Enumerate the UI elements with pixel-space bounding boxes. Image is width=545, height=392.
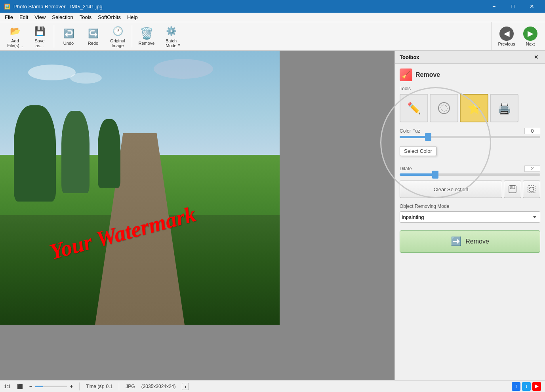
- remove-button[interactable]: 🗑️ Remove: [135, 24, 158, 49]
- save-selection-button[interactable]: [504, 181, 521, 198]
- zoom-minus[interactable]: −: [29, 384, 32, 389]
- menu-selection[interactable]: Selection: [49, 13, 76, 22]
- color-fuz-row: Color Fuz: [400, 128, 540, 138]
- batch-mode-label: Batch Mode: [166, 38, 177, 48]
- magic-select-icon: [437, 101, 451, 115]
- dilate-label: Dilate: [400, 166, 412, 171]
- app-title: Photo Stamp Remover - IMG_2141.jpg: [13, 4, 103, 10]
- menu-help[interactable]: Help: [124, 13, 141, 22]
- status-sep-1: [79, 382, 80, 390]
- pencil-tool-button[interactable]: ✏️: [400, 94, 428, 122]
- svg-point-1: [441, 105, 447, 111]
- canvas-area[interactable]: Your Watermark: [0, 51, 394, 380]
- statusbar: 1:1 ⬛ − + Time (s): 0.1 JPG (3035x3024x2…: [0, 380, 545, 392]
- remove-action-button[interactable]: ➡️ Remove: [400, 230, 540, 253]
- batch-dropdown-arrow: ▼: [177, 43, 181, 47]
- remove-section-header: 🧹 Remove: [400, 69, 540, 81]
- save-selection-icon: [508, 185, 517, 194]
- facebook-icon[interactable]: f: [512, 382, 520, 391]
- tree-right: [61, 111, 90, 193]
- youtube-icon[interactable]: ▶: [532, 382, 541, 391]
- cloud-3: [154, 59, 213, 79]
- menu-tools[interactable]: Tools: [76, 13, 95, 22]
- zoom-plus[interactable]: +: [70, 384, 73, 389]
- dilate-value[interactable]: [524, 166, 540, 172]
- previous-label: Previous: [498, 42, 515, 46]
- format-value: JPG: [126, 384, 135, 389]
- select-color-row: Select Color: [400, 143, 540, 162]
- redo-label: Redo: [88, 41, 98, 46]
- maximize-button[interactable]: □: [504, 0, 522, 13]
- load-selection-button[interactable]: [523, 181, 540, 198]
- time-section: Time (s): 0.1: [86, 384, 113, 389]
- magic-select-tool-button[interactable]: [430, 94, 458, 122]
- toolbox-title: Toolbox: [400, 54, 419, 60]
- toolbar-sep-2: [132, 25, 132, 48]
- add-files-icon: 📂: [9, 25, 21, 38]
- remove-icon: 🗑️: [140, 27, 153, 40]
- menubar: File Edit View Selection Tools SoftOrbit…: [0, 13, 545, 22]
- color-fuz-value[interactable]: [524, 128, 540, 134]
- time-label: Time (s):: [86, 384, 105, 389]
- zoom-fit-icon: ⬛: [17, 384, 23, 389]
- remove-section-icon: 🧹: [400, 69, 412, 81]
- remove-section-title: Remove: [415, 71, 440, 78]
- app-icon: 🖼️: [4, 4, 10, 10]
- next-button[interactable]: ▶ Next: [519, 24, 542, 49]
- toolbox-panel: Toolbox ✕ 🧹 Remove Tools ✏️ ⭐ 🖨️: [394, 51, 545, 380]
- stamp-tool-button[interactable]: 🖨️: [490, 94, 518, 122]
- select-color-tooltip: Select Color: [400, 146, 436, 156]
- load-selection-icon: [527, 185, 536, 194]
- color-fuz-label: Color Fuz: [400, 128, 420, 134]
- zoom-slider[interactable]: [35, 386, 67, 387]
- time-value: 0.1: [106, 384, 113, 389]
- mode-label: Object Removing Mode: [400, 204, 540, 209]
- titlebar: 🖼️ Photo Stamp Remover - IMG_2141.jpg − …: [0, 0, 545, 13]
- dilate-fill: [400, 173, 435, 176]
- mode-select[interactable]: Inpainting Content-Aware Fill Smear Blur: [400, 211, 540, 223]
- dilate-track[interactable]: [400, 173, 540, 176]
- menu-softorbits[interactable]: SoftOrbits: [95, 13, 124, 22]
- close-button[interactable]: ✕: [523, 0, 541, 13]
- toolbox-close-button[interactable]: ✕: [532, 53, 540, 61]
- zoom-slider-section[interactable]: − +: [29, 384, 73, 389]
- color-fuz-fill: [400, 136, 428, 138]
- next-label: Next: [526, 42, 535, 46]
- svg-rect-5: [528, 186, 535, 193]
- zoom-level-section: 1:1: [4, 384, 11, 389]
- format-section: JPG: [126, 384, 135, 389]
- undo-button[interactable]: ↩️ Undo: [57, 24, 80, 49]
- next-icon: ▶: [523, 27, 537, 41]
- clear-selection-button[interactable]: Clear Selection: [400, 181, 502, 198]
- twitter-icon[interactable]: t: [522, 382, 531, 391]
- info-icon[interactable]: i: [182, 383, 189, 390]
- redo-button[interactable]: ↪️ Redo: [81, 24, 105, 49]
- main-content: Your Watermark Toolbox ✕ 🧹 Remove Tools …: [0, 51, 545, 380]
- svg-rect-4: [511, 186, 513, 188]
- info-section[interactable]: i: [182, 383, 189, 390]
- dilate-thumb[interactable]: [432, 171, 438, 179]
- toolbar-sep-1: [54, 25, 54, 48]
- add-files-button[interactable]: 📂 Add File(s)...: [3, 24, 27, 49]
- previous-icon: ◀: [499, 27, 514, 41]
- color-fuz-thumb[interactable]: [425, 133, 431, 141]
- status-sep-2: [119, 382, 119, 390]
- undo-icon: ↩️: [62, 27, 75, 40]
- color-fuz-track[interactable]: [400, 136, 540, 138]
- original-image-button[interactable]: 🕐 Original Image: [106, 24, 130, 49]
- redo-icon: ↪️: [87, 27, 99, 40]
- dimensions-section: (3035x3024x24): [141, 384, 176, 389]
- titlebar-controls: − □ ✕: [485, 0, 541, 13]
- original-image-label: Original Image: [110, 38, 125, 48]
- previous-button[interactable]: ◀ Previous: [495, 24, 518, 49]
- zoom-icon-section: ⬛: [17, 384, 23, 389]
- minimize-button[interactable]: −: [485, 0, 503, 13]
- menu-edit[interactable]: Edit: [16, 13, 31, 22]
- menu-file[interactable]: File: [2, 13, 16, 22]
- wand-tool-button[interactable]: ⭐: [460, 94, 488, 122]
- batch-mode-button[interactable]: ⚙️ Batch Mode ▼: [159, 24, 183, 49]
- image-canvas: Your Watermark: [0, 51, 280, 325]
- save-as-button[interactable]: 💾 Save as...: [28, 24, 51, 49]
- menu-view[interactable]: View: [31, 13, 49, 22]
- clear-selection-row: Clear Selection: [400, 181, 540, 198]
